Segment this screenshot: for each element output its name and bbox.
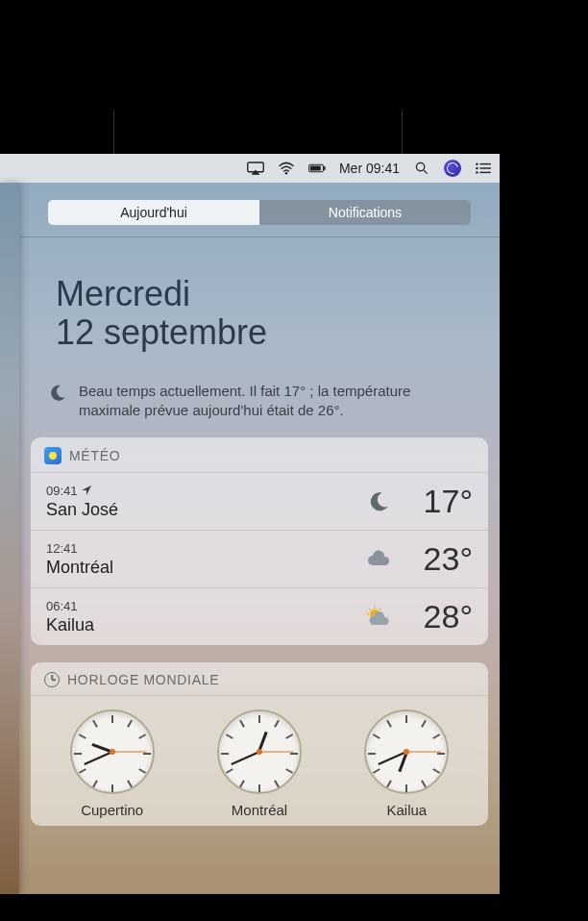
weather-summary-text: Beau temps actuellement. Il fait 17° ; l… — [79, 382, 471, 421]
svg-point-2 — [285, 172, 287, 174]
svg-point-11 — [476, 162, 478, 164]
weather-row-time: 06:41 — [46, 599, 361, 613]
weather-row-temp: 23° — [396, 540, 473, 578]
date-heading: Mercredi 12 septembre — [56, 276, 500, 353]
world-clock-city: Montréal — [217, 802, 302, 818]
weather-app-icon — [44, 447, 61, 464]
menubar-clock[interactable]: Mer 09:41 — [339, 161, 400, 176]
wifi-icon[interactable] — [278, 162, 295, 175]
weather-widget-title: MÉTÉO — [69, 448, 120, 463]
world-clock-widget[interactable]: HORLOGE MONDIALE CupertinoMontréalKailua — [31, 662, 488, 826]
svg-point-12 — [476, 167, 478, 169]
weather-row-city: Montréal — [46, 558, 361, 578]
spotlight-icon[interactable] — [413, 162, 430, 175]
notification-center-icon[interactable] — [475, 162, 492, 175]
tab-notifications[interactable]: Notifications — [259, 200, 471, 225]
world-clock-item[interactable]: Cupertino — [70, 709, 155, 818]
world-clock-item[interactable]: Montréal — [217, 709, 302, 818]
weather-row[interactable]: 09:41San José17° — [31, 472, 488, 530]
airplay-icon[interactable] — [247, 162, 264, 175]
weather-widget[interactable]: MÉTÉO 09:41San José17°12:41Montréal23°06… — [31, 437, 488, 645]
world-clock-widget-header: HORLOGE MONDIALE — [31, 672, 488, 695]
world-clock-city: Cupertino — [70, 802, 155, 818]
weather-summary: Beau temps actuellement. Il fait 17° ; l… — [48, 382, 471, 421]
weather-row-time: 09:41 — [46, 484, 361, 498]
weather-condition-icon — [361, 490, 396, 513]
svg-point-6 — [416, 162, 424, 170]
weather-row-city: San José — [46, 500, 361, 520]
svg-rect-5 — [324, 166, 326, 170]
weather-widget-header: MÉTÉO — [31, 447, 488, 472]
weather-row-temp: 17° — [396, 483, 473, 520]
moon-icon — [48, 384, 67, 403]
panel-divider — [19, 236, 500, 237]
svg-rect-4 — [310, 165, 321, 170]
weather-condition-icon — [361, 550, 396, 569]
location-icon — [82, 485, 91, 495]
analog-clock-face — [217, 709, 302, 794]
tab-today[interactable]: Aujourd'hui — [48, 200, 259, 225]
desktop-wallpaper-sliver — [0, 183, 19, 894]
svg-line-18 — [380, 609, 381, 610]
notification-center-panel: Aujourd'hui Notifications Mercredi 12 se… — [19, 183, 500, 894]
clock-app-icon — [44, 672, 60, 687]
weather-row-time: 12:41 — [46, 541, 361, 556]
svg-point-13 — [476, 171, 478, 173]
weather-row[interactable]: 06:41Kailua28° — [31, 587, 488, 645]
analog-clock-face — [364, 709, 449, 794]
macos-screen: Mer 09:41 Aujourd'hui Notifications Merc… — [0, 154, 500, 894]
date-day-month: 12 septembre — [56, 312, 500, 353]
svg-line-17 — [369, 609, 371, 610]
date-weekday: Mercredi — [56, 276, 500, 312]
panel-tabs: Aujourd'hui Notifications — [48, 200, 471, 225]
analog-clock-face — [70, 709, 155, 794]
weather-condition-icon — [361, 606, 396, 629]
svg-line-7 — [424, 170, 428, 174]
world-clock-item[interactable]: Kailua — [364, 709, 449, 818]
weather-row[interactable]: 12:41Montréal23° — [31, 530, 488, 587]
siri-icon[interactable] — [444, 160, 461, 177]
menu-bar: Mer 09:41 — [0, 154, 500, 183]
weather-row-city: Kailua — [46, 615, 361, 635]
world-clock-widget-title: HORLOGE MONDIALE — [67, 672, 219, 687]
weather-row-temp: 28° — [396, 598, 473, 635]
world-clock-city: Kailua — [364, 802, 449, 818]
battery-icon[interactable] — [308, 162, 326, 175]
